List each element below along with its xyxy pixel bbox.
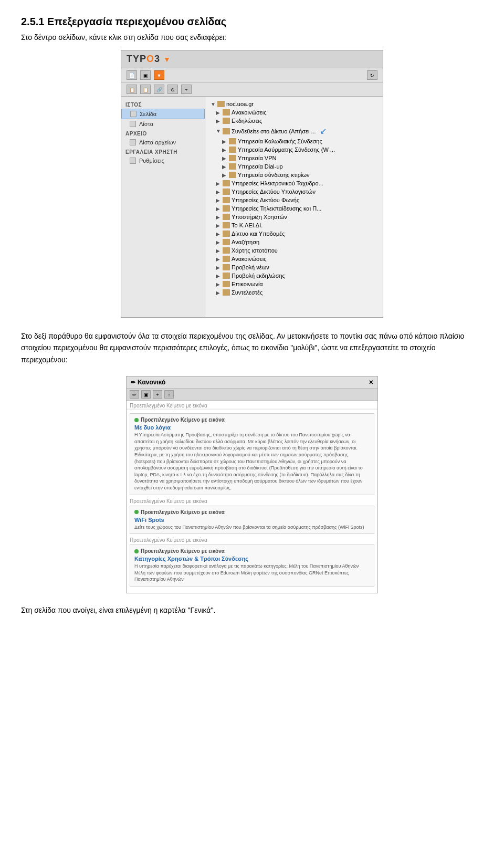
- expand-icon-21: ▶: [216, 281, 221, 287]
- typo3-sidebar: ΙΣΤΟΣ Σελίδα Λίστα ΑΡΧΕΙΟ Λίστα αρχείων …: [121, 97, 205, 317]
- tree-item-18[interactable]: ▶ Ανακοινώσεις: [208, 255, 380, 263]
- block3-header-row: Προεπιλεγμένο Κείμενο με εικόνα: [134, 548, 370, 554]
- kanoniko-btn-3[interactable]: +: [153, 390, 162, 399]
- folder-icon-13: [223, 214, 230, 220]
- intro-text: Στο δέντρο σελίδων, κάντε κλικ στη σελίδ…: [21, 33, 483, 41]
- folder-icon-22: [223, 289, 230, 296]
- tree-item-5[interactable]: ▶ Υπηρεσία Ασύρματης Σύνδεσης (W ...: [208, 145, 380, 154]
- tree-label-22: Συντελεστές: [232, 289, 262, 296]
- status-dot-3: [134, 549, 139, 553]
- kanoniko-btn-1[interactable]: ✏: [130, 390, 139, 399]
- kanoniko-btn-4[interactable]: ↑: [164, 390, 174, 399]
- expand-icon-3: ▼: [216, 128, 221, 134]
- toolbar-btn-6[interactable]: ⊙: [167, 85, 178, 94]
- expand-icon-15: ▶: [216, 231, 221, 237]
- content-block-3: Προεπιλεγμένο Κείμενο με εικόνα Κατηγορί…: [130, 545, 374, 587]
- tree-item-2[interactable]: ▶ Εκδηλώσεις: [208, 117, 380, 125]
- tree-item-19[interactable]: ▶ Προβολή νέων: [208, 263, 380, 271]
- kanoniko-btn-2[interactable]: ▣: [141, 390, 151, 399]
- tree-item-3[interactable]: ▼ Συνδεθείτε στο Δίκτυο (Απήσει ... ↙: [208, 125, 380, 137]
- tree-item-0[interactable]: ▼ noc.uoa.gr: [208, 100, 380, 108]
- sidebar-item-lista-arxeion[interactable]: Λίστα αρχείων: [121, 138, 205, 147]
- tree-item-17[interactable]: ▶ Χάρτης ιστοτόπου: [208, 246, 380, 255]
- tree-item-14[interactable]: ▶ Το Κ.ΛΕΙ.ΔΙ.: [208, 221, 380, 229]
- tree-item-16[interactable]: ▶ Αναζήτηση: [208, 238, 380, 246]
- expand-icon-16: ▶: [216, 239, 221, 245]
- tree-item-13[interactable]: ▶ Υποστήριξη Χρηστών: [208, 213, 380, 221]
- tree-label-9: Υπηρεσίες Ηλεκτρονικού Ταχυδρο...: [232, 180, 323, 186]
- typo3-toolbar-2: 📋 📋 🔗 ⊙ ÷: [121, 82, 383, 97]
- tree-item-9[interactable]: ▶ Υπηρεσίες Ηλεκτρονικού Ταχυδρο...: [208, 179, 380, 187]
- expand-icon-7: ▶: [222, 164, 227, 170]
- tree-item-4[interactable]: ▶ Υπηρεσία Καλωδιακής Σύνδεσης: [208, 137, 380, 145]
- toolbar-btn-5[interactable]: 🔗: [154, 85, 164, 94]
- block1-type: Προεπιλεγμένο Κείμενο με εικόνα: [141, 417, 225, 423]
- tree-label-10: Υπηρεσίες Δικτύου Υπολογιστών: [232, 189, 316, 195]
- expand-icon-8: ▶: [222, 172, 227, 178]
- sidebar-item-rythmiseis[interactable]: Ρυθμίσεις: [121, 156, 205, 165]
- tree-label-14: Το Κ.ΛΕΙ.ΔΙ.: [232, 222, 262, 228]
- sidebar-section-ergaleia: ΕΡΓΑΛΕΙΑ ΧΡΗΣΤΗ: [121, 147, 205, 156]
- expand-icon-11: ▶: [216, 197, 221, 203]
- kanoniko-panel: ✏ Κανονικό ✕ ✏ ▣ + ↑ Προεπιλεγμένο Κείμε…: [126, 376, 378, 593]
- tree-label-7: Υπηρεσία Dial-up: [238, 163, 283, 170]
- typo3-panel: TYPO3 ▼ 📄 ▣ ▼ ↻ 📋 📋 🔗 ⊙ ÷ ΙΣΤΟΣ Σελίδα Λ…: [121, 50, 383, 318]
- sidebar-item-selida[interactable]: Σελίδα: [121, 109, 205, 119]
- folder-icon-5: [229, 147, 236, 153]
- folder-icon-3: [223, 128, 230, 134]
- tree-item-11[interactable]: ▶ Υπηρεσίες Δικτύου Φωνής: [208, 196, 380, 204]
- footer-text: Στη σελίδα που ανοίγει, είναι επιλεγμένη…: [21, 606, 483, 614]
- tree-item-15[interactable]: ▶ Δίκτυο και Υποδομές: [208, 229, 380, 238]
- toolbar-btn-2[interactable]: ▣: [140, 70, 151, 80]
- folder-icon-12: [223, 205, 230, 212]
- toolbar-btn-filter[interactable]: ▼: [154, 70, 164, 80]
- block2-type: Προεπιλεγμένο Κείμενο με εικόνα: [141, 509, 225, 515]
- tree-label-17: Χάρτης ιστοτόπου: [232, 247, 278, 254]
- tree-label-12: Υπηρεσίες Τηλεκπαίδευσης και Π...: [232, 205, 321, 212]
- tree-label-18: Ανακοινώσεις: [232, 256, 266, 262]
- tree-item-6[interactable]: ▶ Υπηρεσία VPN: [208, 154, 380, 162]
- expand-icon-0: ▼: [211, 101, 216, 107]
- tree-item-10[interactable]: ▶ Υπηρεσίες Δικτύου Υπολογιστών: [208, 187, 380, 196]
- tree-item-7[interactable]: ▶ Υπηρεσία Dial-up: [208, 162, 380, 171]
- tree-item-12[interactable]: ▶ Υπηρεσίες Τηλεκπαίδευσης και Π...: [208, 204, 380, 213]
- expand-icon-18: ▶: [216, 256, 221, 262]
- folder-icon-2: [223, 118, 230, 124]
- block2-header-row: Προεπιλεγμένο Κείμενο με εικόνα: [134, 509, 370, 515]
- tree-item-20[interactable]: ▶ Προβολή εκδηλώσης: [208, 271, 380, 280]
- folder-icon-9: [223, 180, 230, 186]
- folder-icon-18: [223, 256, 230, 262]
- toolbar-btn-1[interactable]: 📄: [127, 70, 137, 80]
- sidebar-item-lista[interactable]: Λίστα: [121, 119, 205, 129]
- tree-label-15: Δίκτυο και Υποδομές: [232, 231, 285, 237]
- toolbar-btn-3[interactable]: 📋: [127, 85, 137, 94]
- close-icon[interactable]: ✕: [369, 379, 373, 386]
- folder-icon-15: [223, 231, 230, 237]
- tree-label-20: Προβολή εκδηλώσης: [232, 273, 285, 279]
- folder-icon-7: [229, 163, 236, 170]
- page-icon-lista: [130, 121, 136, 127]
- expand-icon-20: ▶: [216, 273, 221, 279]
- tree-label-1: Ανακοινώσεις: [232, 109, 266, 116]
- folder-icon-4: [229, 138, 236, 144]
- typo3-header: TYPO3 ▼: [121, 50, 383, 68]
- toolbar-btn-7[interactable]: ÷: [181, 85, 192, 94]
- expand-icon-19: ▶: [216, 265, 221, 270]
- header-label-3: Προεπιλεγμένο Κείμενο με εικόνα: [130, 537, 207, 543]
- tree-item-1[interactable]: ▶ Ανακοινώσεις: [208, 108, 380, 117]
- sidebar-label-selida: Σελίδα: [140, 111, 156, 117]
- tree-label-8: Υπηρεσία σύνδεσης κτιρίων: [238, 172, 310, 178]
- toolbar-btn-4[interactable]: 📋: [140, 85, 151, 94]
- tree-item-22[interactable]: ▶ Συντελεστές: [208, 288, 380, 297]
- toolbar-btn-right[interactable]: ↻: [367, 70, 377, 80]
- expand-icon-4: ▶: [222, 139, 227, 144]
- middle-description: Στο δεξί παράθυρο θα εμφανιστούν όλα τα …: [21, 330, 483, 365]
- block1-body: Η Υπηρεσία Ασύρματης Πρόσβασης, υποστηρί…: [134, 432, 370, 491]
- tree-item-8[interactable]: ▶ Υπηρεσία σύνδεσης κτιρίων: [208, 171, 380, 179]
- sidebar-label-lista: Λίστα: [139, 121, 153, 127]
- page-icon-arxeia: [130, 139, 136, 145]
- folder-icon-16: [223, 239, 230, 245]
- tree-item-21[interactable]: ▶ Επικοινωνία: [208, 280, 380, 288]
- kanoniko-title: Κανονικό: [138, 379, 165, 386]
- tree-label-16: Αναζήτηση: [232, 239, 259, 245]
